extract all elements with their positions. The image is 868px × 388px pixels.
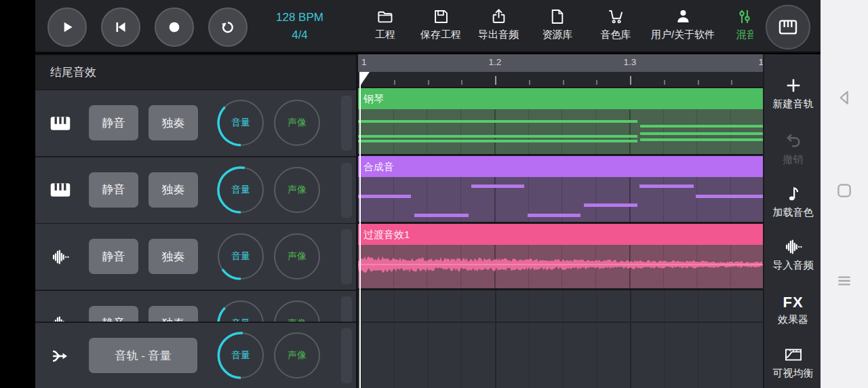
clip-note xyxy=(528,214,580,217)
load-sound-button[interactable]: 加载音色 xyxy=(764,185,822,219)
bpm-value: 128 BPM xyxy=(259,9,340,26)
track-row-1: 静音 独奏 音量 声像 xyxy=(35,90,356,156)
transport-toolbar: 128 BPM 4/4 工程 保存工程 导出音频 资源库 音色库 xyxy=(35,0,821,53)
audio-track-icon[interactable] xyxy=(45,224,76,290)
mute-button[interactable]: 静音 xyxy=(89,105,138,140)
clip-note xyxy=(358,140,637,142)
record-icon xyxy=(165,18,183,36)
menu-resource-library[interactable]: 资源库 xyxy=(542,7,573,41)
bpm-display[interactable]: 128 BPM 4/4 xyxy=(259,9,340,44)
track-meter xyxy=(341,96,352,151)
menu-mixer[interactable]: 混音 xyxy=(736,7,754,41)
clip-title: 合成音 xyxy=(363,161,394,172)
volume-knob[interactable]: 音量 xyxy=(216,165,266,215)
pan-knob[interactable]: 声像 xyxy=(272,231,322,282)
ruler-tick xyxy=(394,80,395,85)
recents-icon xyxy=(833,270,855,292)
main-content: 结尾音效 静音 独奏 音量 声像 静音 独奏 音量 声像 xyxy=(35,54,821,388)
ruler-tick xyxy=(698,80,699,85)
volume-knob[interactable]: 音量 xyxy=(216,231,266,282)
home-icon xyxy=(833,180,855,201)
clip-header[interactable]: 合成音 xyxy=(358,156,763,177)
screen: 128 BPM 4/4 工程 保存工程 导出音频 资源库 音色库 xyxy=(0,0,868,388)
export-icon xyxy=(490,7,508,26)
track-row-3: 静音 独奏 音量 声像 xyxy=(35,224,356,290)
menu-project[interactable]: 工程 xyxy=(375,7,395,41)
time-signature: 4/4 xyxy=(259,26,340,44)
clip-header[interactable]: 钢琴 xyxy=(358,88,763,109)
equalizer-icon xyxy=(764,345,822,366)
clip-header[interactable]: 过渡音效1 xyxy=(358,224,763,245)
volume-knob[interactable]: 音量 xyxy=(216,330,266,381)
audio-waveform xyxy=(358,245,763,288)
track-meter xyxy=(341,163,352,218)
clip-note xyxy=(696,195,763,198)
ruler-tick xyxy=(630,76,631,85)
cart-icon xyxy=(607,7,625,26)
timeline[interactable]: 1 1.2 1.3 1.4 钢琴 合成音 xyxy=(358,54,763,388)
timeline-tracks[interactable]: 钢琴 合成音 过渡音效1 xyxy=(358,87,763,388)
import-audio-button[interactable]: 导入音频 xyxy=(764,237,822,272)
piano-track-icon[interactable] xyxy=(45,157,76,223)
clip-note xyxy=(358,135,637,138)
new-track-button[interactable]: 新建音轨 xyxy=(764,76,822,111)
timeline-ruler[interactable]: 1 1.2 1.3 1.4 xyxy=(358,54,763,72)
visual-eq-button[interactable]: 可视均衡 xyxy=(764,345,822,380)
ruler-tick xyxy=(529,80,530,85)
clip-body[interactable] xyxy=(358,109,763,154)
ruler-tick xyxy=(563,80,564,85)
ruler-tick xyxy=(731,80,732,85)
playhead-line xyxy=(359,72,361,388)
track-list-panel: 结尾音效 静音 独奏 音量 声像 静音 独奏 音量 声像 xyxy=(35,54,356,388)
fx-icon: FX xyxy=(783,294,803,311)
back-button[interactable] xyxy=(821,87,868,109)
master-track-button[interactable]: 音轨 - 音量 xyxy=(89,338,197,373)
mute-button[interactable]: 静音 xyxy=(89,172,138,208)
home-button[interactable] xyxy=(821,180,868,201)
clip-note xyxy=(640,138,763,141)
record-button[interactable] xyxy=(155,7,194,47)
pan-knob[interactable]: 声像 xyxy=(272,98,322,148)
master-track-icon[interactable] xyxy=(45,323,76,388)
keyboard-button[interactable] xyxy=(766,5,810,50)
clip-title: 钢琴 xyxy=(363,93,384,104)
volume-knob[interactable]: 音量 xyxy=(216,98,266,148)
solo-button[interactable]: 独奏 xyxy=(149,105,198,140)
solo-button[interactable]: 独奏 xyxy=(149,172,198,208)
folder-icon xyxy=(376,7,395,26)
ruler-label: 1.2 xyxy=(489,57,502,67)
solo-button[interactable]: 独奏 xyxy=(149,239,198,274)
tools-sidebar: 新建音轨 撤销 加载音色 导入音频 FX 效果器 xyxy=(763,54,821,388)
clip-note xyxy=(414,214,469,217)
waveform-icon xyxy=(51,248,70,267)
lane-divider xyxy=(358,322,763,323)
ruler-label: 1 xyxy=(361,57,367,67)
recents-button[interactable] xyxy=(821,270,868,292)
clip-body[interactable] xyxy=(358,177,763,222)
undo-button[interactable]: 撤销 xyxy=(764,132,822,166)
loop-icon xyxy=(219,18,237,36)
timeline-ticks[interactable] xyxy=(358,72,763,87)
piano-icon xyxy=(48,111,73,136)
clip-body[interactable] xyxy=(358,245,763,288)
back-icon xyxy=(833,87,855,109)
play-icon xyxy=(58,18,76,36)
ruler-tick xyxy=(596,80,597,85)
piano-track-icon[interactable] xyxy=(45,90,76,156)
document-icon xyxy=(549,7,567,26)
menu-user-about[interactable]: 用户/关于软件 xyxy=(651,7,715,41)
rewind-button[interactable] xyxy=(101,7,140,47)
fx-button[interactable]: FX 效果器 xyxy=(764,293,822,326)
menu-save-project[interactable]: 保存工程 xyxy=(420,7,461,41)
pan-knob[interactable]: 声像 xyxy=(272,330,322,381)
track-meter xyxy=(341,229,352,284)
loop-button[interactable] xyxy=(208,7,248,47)
menu-export-audio[interactable]: 导出音频 xyxy=(478,7,519,41)
play-button[interactable] xyxy=(47,7,87,47)
rewind-to-start-icon xyxy=(112,18,130,36)
android-navbar xyxy=(821,0,868,388)
menu-sound-store[interactable]: 音色库 xyxy=(601,7,631,41)
mute-button[interactable]: 静音 xyxy=(89,239,138,274)
pan-knob[interactable]: 声像 xyxy=(272,165,322,215)
clip-title: 过渡音效1 xyxy=(363,229,410,240)
